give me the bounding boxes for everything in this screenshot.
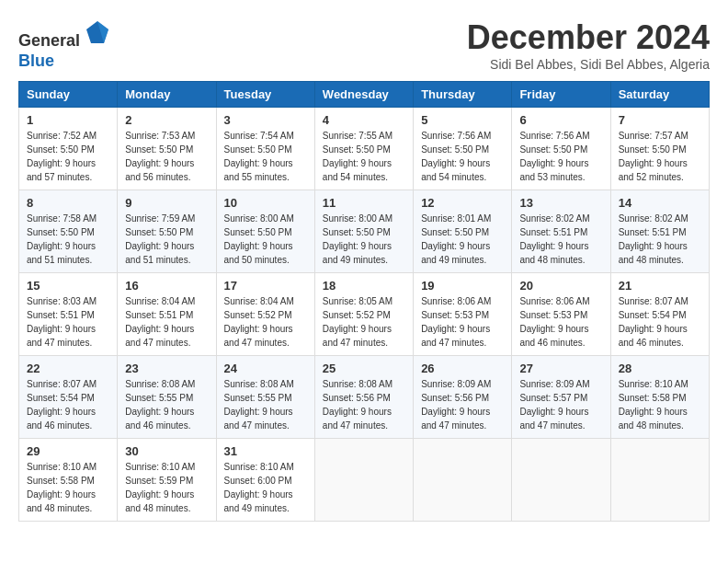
day-info: Sunrise: 7:59 AMSunset: 5:50 PMDaylight:…: [125, 212, 208, 267]
calendar-cell: 22Sunrise: 8:07 AMSunset: 5:54 PMDayligh…: [19, 356, 118, 439]
calendar-cell: 12Sunrise: 8:01 AMSunset: 5:50 PMDayligh…: [414, 190, 512, 273]
day-info: Sunrise: 8:02 AMSunset: 5:51 PMDaylight:…: [519, 212, 602, 267]
day-info: Sunrise: 7:58 AMSunset: 5:50 PMDaylight:…: [27, 212, 109, 267]
calendar-week-row: 22Sunrise: 8:07 AMSunset: 5:54 PMDayligh…: [19, 356, 710, 439]
logo-blue: Blue: [18, 52, 54, 70]
day-number: 5: [421, 113, 504, 127]
day-info: Sunrise: 8:07 AMSunset: 5:54 PMDaylight:…: [27, 377, 109, 432]
calendar-cell: 21Sunrise: 8:07 AMSunset: 5:54 PMDayligh…: [610, 273, 709, 356]
day-number: 27: [519, 362, 602, 375]
calendar-cell: 20Sunrise: 8:06 AMSunset: 5:53 PMDayligh…: [512, 273, 610, 356]
logo: General Blue: [18, 18, 111, 71]
calendar-cell: 13Sunrise: 8:02 AMSunset: 5:51 PMDayligh…: [512, 190, 610, 273]
day-number: 9: [125, 196, 208, 210]
day-number: 21: [619, 279, 701, 293]
day-number: 19: [421, 279, 504, 293]
day-number: 17: [224, 279, 307, 293]
logo-icon: [84, 18, 111, 46]
day-number: 8: [27, 196, 109, 210]
day-number: 12: [421, 196, 504, 210]
calendar-cell: 27Sunrise: 8:09 AMSunset: 5:57 PMDayligh…: [512, 356, 610, 439]
day-info: Sunrise: 8:03 AMSunset: 5:51 PMDaylight:…: [27, 294, 109, 350]
title-area: December 2024 Sidi Bel Abbes, Sidi Bel A…: [467, 18, 710, 72]
day-number: 4: [323, 113, 405, 127]
calendar-cell: 3Sunrise: 7:54 AMSunset: 5:50 PMDaylight…: [216, 108, 314, 190]
calendar-cell: 18Sunrise: 8:05 AMSunset: 5:52 PMDayligh…: [314, 273, 413, 356]
calendar-cell: 9Sunrise: 7:59 AMSunset: 5:50 PMDaylight…: [118, 190, 216, 273]
calendar-cell: [610, 439, 709, 522]
calendar-cell: 10Sunrise: 8:00 AMSunset: 5:50 PMDayligh…: [216, 190, 314, 273]
calendar-week-row: 1Sunrise: 7:52 AMSunset: 5:50 PMDaylight…: [19, 108, 710, 190]
day-info: Sunrise: 7:52 AMSunset: 5:50 PMDaylight:…: [27, 129, 109, 184]
day-number: 16: [125, 279, 208, 293]
calendar-cell: 23Sunrise: 8:08 AMSunset: 5:55 PMDayligh…: [118, 356, 216, 439]
day-info: Sunrise: 8:00 AMSunset: 5:50 PMDaylight:…: [323, 212, 405, 267]
calendar-cell: [314, 439, 413, 522]
calendar-cell: 25Sunrise: 8:08 AMSunset: 5:56 PMDayligh…: [314, 356, 413, 439]
day-number: 29: [27, 444, 109, 458]
month-title: December 2024: [467, 18, 710, 57]
location-title: Sidi Bel Abbes, Sidi Bel Abbes, Algeria: [467, 57, 710, 72]
calendar-cell: 16Sunrise: 8:04 AMSunset: 5:51 PMDayligh…: [118, 273, 216, 356]
calendar-cell: 14Sunrise: 8:02 AMSunset: 5:51 PMDayligh…: [610, 190, 709, 273]
page-header: General Blue December 2024 Sidi Bel Abbe…: [18, 18, 710, 72]
day-number: 7: [619, 113, 701, 127]
day-info: Sunrise: 8:10 AMSunset: 5:59 PMDaylight:…: [125, 460, 208, 515]
day-number: 31: [224, 444, 307, 458]
day-info: Sunrise: 8:09 AMSunset: 5:56 PMDaylight:…: [421, 377, 504, 432]
calendar-cell: 1Sunrise: 7:52 AMSunset: 5:50 PMDaylight…: [19, 108, 118, 190]
day-number: 1: [27, 113, 109, 127]
calendar-cell: 11Sunrise: 8:00 AMSunset: 5:50 PMDayligh…: [314, 190, 413, 273]
calendar-table: SundayMondayTuesdayWednesdayThursdayFrid…: [18, 81, 710, 522]
calendar-header-row: SundayMondayTuesdayWednesdayThursdayFrid…: [19, 82, 710, 108]
day-info: Sunrise: 7:57 AMSunset: 5:50 PMDaylight:…: [619, 129, 701, 184]
calendar-cell: 24Sunrise: 8:08 AMSunset: 5:55 PMDayligh…: [216, 356, 314, 439]
day-number: 11: [323, 196, 405, 210]
day-info: Sunrise: 8:08 AMSunset: 5:55 PMDaylight:…: [125, 377, 208, 432]
day-header-saturday: Saturday: [610, 82, 709, 108]
calendar-cell: 4Sunrise: 7:55 AMSunset: 5:50 PMDaylight…: [314, 108, 413, 190]
day-header-friday: Friday: [512, 82, 610, 108]
day-number: 3: [224, 113, 307, 127]
day-info: Sunrise: 8:10 AMSunset: 5:58 PMDaylight:…: [27, 460, 109, 515]
calendar-cell: 15Sunrise: 8:03 AMSunset: 5:51 PMDayligh…: [19, 273, 118, 356]
calendar-cell: 5Sunrise: 7:56 AMSunset: 5:50 PMDaylight…: [414, 108, 512, 190]
calendar-cell: 30Sunrise: 8:10 AMSunset: 5:59 PMDayligh…: [118, 439, 216, 522]
day-number: 26: [421, 362, 504, 375]
day-info: Sunrise: 8:06 AMSunset: 5:53 PMDaylight:…: [519, 294, 602, 350]
day-info: Sunrise: 8:04 AMSunset: 5:51 PMDaylight:…: [125, 294, 208, 350]
day-number: 25: [323, 362, 405, 375]
day-number: 13: [519, 196, 602, 210]
day-info: Sunrise: 7:53 AMSunset: 5:50 PMDaylight:…: [125, 129, 208, 184]
day-info: Sunrise: 7:54 AMSunset: 5:50 PMDaylight:…: [224, 129, 307, 184]
day-number: 2: [125, 113, 208, 127]
day-info: Sunrise: 8:10 AMSunset: 5:58 PMDaylight:…: [619, 377, 701, 432]
day-number: 20: [519, 279, 602, 293]
day-number: 30: [125, 444, 208, 458]
calendar-week-row: 8Sunrise: 7:58 AMSunset: 5:50 PMDaylight…: [19, 190, 710, 273]
logo-general: General: [18, 31, 80, 50]
calendar-week-row: 15Sunrise: 8:03 AMSunset: 5:51 PMDayligh…: [19, 273, 710, 356]
calendar-cell: 2Sunrise: 7:53 AMSunset: 5:50 PMDaylight…: [118, 108, 216, 190]
day-header-thursday: Thursday: [414, 82, 512, 108]
day-number: 14: [619, 196, 701, 210]
day-header-sunday: Sunday: [19, 82, 118, 108]
calendar-cell: 29Sunrise: 8:10 AMSunset: 5:58 PMDayligh…: [19, 439, 118, 522]
day-info: Sunrise: 8:07 AMSunset: 5:54 PMDaylight:…: [619, 294, 701, 350]
day-info: Sunrise: 7:56 AMSunset: 5:50 PMDaylight:…: [519, 129, 602, 184]
day-number: 15: [27, 279, 109, 293]
day-info: Sunrise: 8:01 AMSunset: 5:50 PMDaylight:…: [421, 212, 504, 267]
day-info: Sunrise: 8:08 AMSunset: 5:55 PMDaylight:…: [224, 377, 307, 432]
day-info: Sunrise: 8:04 AMSunset: 5:52 PMDaylight:…: [224, 294, 307, 350]
day-info: Sunrise: 7:56 AMSunset: 5:50 PMDaylight:…: [421, 129, 504, 184]
day-number: 10: [224, 196, 307, 210]
day-info: Sunrise: 8:05 AMSunset: 5:52 PMDaylight:…: [323, 294, 405, 350]
day-number: 28: [619, 362, 701, 375]
calendar-cell: [512, 439, 610, 522]
day-info: Sunrise: 8:00 AMSunset: 5:50 PMDaylight:…: [224, 212, 307, 267]
day-header-monday: Monday: [118, 82, 216, 108]
day-header-wednesday: Wednesday: [314, 82, 413, 108]
day-info: Sunrise: 8:09 AMSunset: 5:57 PMDaylight:…: [519, 377, 602, 432]
calendar-cell: 6Sunrise: 7:56 AMSunset: 5:50 PMDaylight…: [512, 108, 610, 190]
calendar-cell: 19Sunrise: 8:06 AMSunset: 5:53 PMDayligh…: [414, 273, 512, 356]
